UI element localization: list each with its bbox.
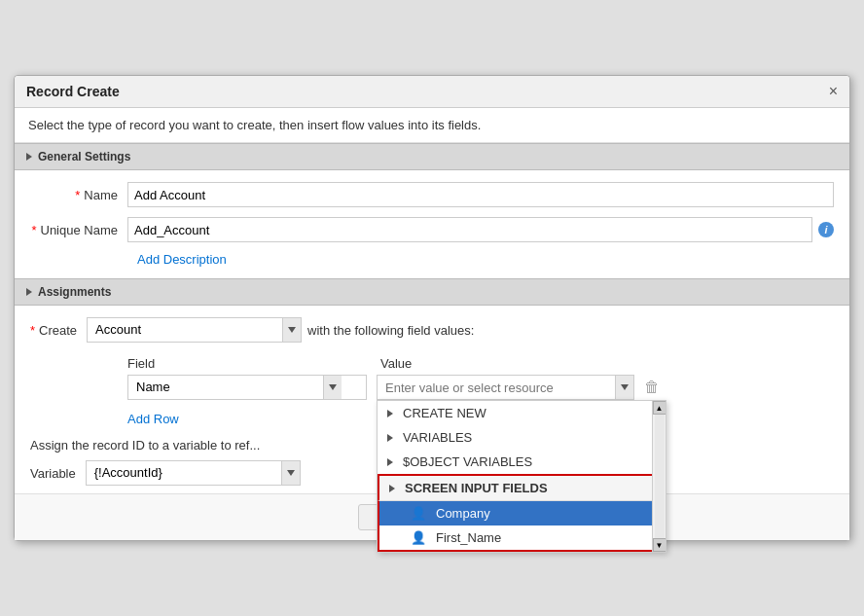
assignments-triangle-icon [26, 288, 32, 296]
dropdown-item-variables[interactable]: VARIABLES [378, 425, 666, 450]
company-label: Company [436, 506, 490, 521]
name-required: * [75, 188, 80, 202]
field-value-headers: Field Value [127, 356, 834, 371]
field-arrow-down-icon [329, 384, 337, 390]
assignments-label: Assignments [38, 285, 111, 299]
object-variables-expand-icon [387, 458, 393, 466]
field-select-box[interactable]: Name [127, 375, 367, 400]
create-new-expand-icon [387, 410, 393, 417]
firstname-label: First_Name [436, 530, 501, 545]
variable-label: Variable [30, 466, 76, 481]
variable-select-box[interactable]: {!AccountId} [86, 460, 301, 486]
field-arrow[interactable] [323, 376, 342, 399]
dialog-header: Record Create × [15, 76, 849, 108]
dropdown-scrollbar[interactable]: ▲ ▼ [652, 401, 666, 552]
value-area: CREATE NEW VARIABLES $OBJECT VARIABLES [377, 375, 634, 400]
general-settings-label: General Settings [38, 150, 130, 163]
value-column-header: Value [380, 356, 633, 371]
field-value-row: Name CR [30, 375, 834, 400]
create-arrow-down-icon [288, 327, 296, 333]
value-input-row [377, 375, 634, 400]
dialog-subtitle: Select the type of record you want to cr… [15, 108, 849, 143]
scroll-track [655, 415, 665, 538]
value-arrow-down-icon [621, 384, 629, 390]
create-required: * [30, 323, 35, 338]
variable-arrow[interactable] [281, 461, 300, 485]
name-input[interactable] [127, 182, 834, 207]
firstname-user-icon: 👤 [411, 530, 426, 545]
value-arrow[interactable] [616, 375, 634, 400]
dropdown-item-create-new[interactable]: CREATE NEW [378, 401, 666, 425]
screen-input-label: SCREEN INPUT FIELDS [405, 481, 548, 495]
create-row: *Create Account with the following field… [30, 317, 834, 343]
variable-arrow-down-icon [287, 470, 295, 476]
record-create-dialog: Record Create × Select the type of recor… [14, 75, 850, 541]
assignments-header: Assignments [15, 278, 849, 306]
info-icon[interactable]: i [818, 222, 834, 237]
variable-select-text: {!AccountId} [87, 461, 281, 485]
unique-name-row: *Unique Name i [30, 217, 834, 242]
unique-name-input[interactable] [127, 217, 812, 242]
close-button[interactable]: × [829, 84, 838, 99]
trash-icon[interactable]: 🗑 [644, 379, 660, 396]
create-new-label: CREATE NEW [403, 406, 486, 420]
dropdown-item-object-variables[interactable]: $OBJECT VARIABLES [378, 450, 666, 474]
value-input[interactable] [377, 375, 616, 400]
create-select-text: Account [88, 318, 282, 342]
scroll-down-button[interactable]: ▼ [653, 538, 666, 552]
object-variables-label: $OBJECT VARIABLES [403, 454, 532, 469]
add-row-link[interactable]: Add Row [127, 412, 179, 426]
dropdown-item-company[interactable]: 👤 Company [378, 501, 666, 525]
dropdown-item-screen-input-fields[interactable]: SCREEN INPUT FIELDS [378, 474, 666, 501]
unique-name-required: * [31, 223, 36, 237]
add-description-link[interactable]: Add Description [137, 252, 227, 267]
name-row: *Name [30, 182, 834, 207]
general-settings-body: *Name *Unique Name i Add Description [15, 170, 849, 278]
scroll-up-button[interactable]: ▲ [653, 401, 666, 415]
assignments-body: *Create Account with the following field… [15, 306, 849, 493]
create-label: *Create [30, 323, 77, 338]
create-select-arrow[interactable] [282, 318, 301, 342]
field-select-text: Name [128, 376, 323, 399]
field-column-header: Field [127, 356, 367, 371]
variables-label: VARIABLES [403, 430, 472, 445]
create-select-box[interactable]: Account [87, 317, 302, 343]
general-settings-header: General Settings [15, 143, 849, 170]
dropdown-item-first-name[interactable]: 👤 First_Name [378, 525, 666, 552]
dialog-title: Record Create [26, 84, 120, 99]
triangle-icon [26, 153, 32, 161]
dropdown-scroll-container: CREATE NEW VARIABLES $OBJECT VARIABLES [378, 401, 666, 552]
assign-record-text: Assign the record ID to a variable to re… [30, 438, 260, 453]
company-user-icon: 👤 [411, 506, 426, 521]
with-text: with the following field values: [307, 323, 474, 338]
value-dropdown-menu: CREATE NEW VARIABLES $OBJECT VARIABLES [377, 400, 666, 553]
variables-expand-icon [387, 434, 393, 442]
name-label: *Name [30, 188, 127, 202]
screen-input-expand-icon [389, 485, 395, 492]
unique-name-label: *Unique Name [30, 223, 127, 237]
